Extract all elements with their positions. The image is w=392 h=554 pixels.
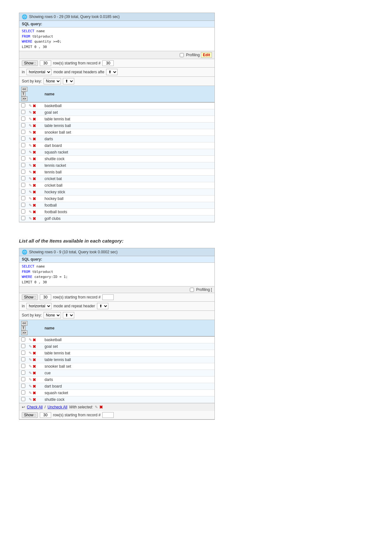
edit-button-1[interactable]: Edit [201,52,212,58]
delete-icon[interactable]: ✖ [33,351,36,356]
delete-icon[interactable]: ✖ [33,190,36,195]
row-checkbox[interactable] [21,337,25,341]
sort-select-1[interactable]: None [44,78,61,84]
row-checkbox[interactable] [21,209,25,214]
in-select-1[interactable]: horizontal vertical [27,69,51,75]
row-checkbox[interactable] [21,196,25,200]
edit-icon[interactable]: ✎ [29,123,32,128]
row-checkbox[interactable] [21,103,25,107]
row-checkbox[interactable] [21,397,25,401]
nav-sort-icon-1[interactable]: T [21,92,26,96]
edit-icon[interactable]: ✎ [29,351,32,355]
delete-icon[interactable]: ✖ [33,364,36,369]
edit-icon[interactable]: ✎ [29,137,32,141]
record-input-1[interactable] [102,60,114,66]
delete-icon[interactable]: ✖ [33,104,36,108]
row-checkbox[interactable] [21,190,25,194]
record-input-2[interactable] [102,294,114,300]
delete-icon[interactable]: ✖ [33,203,36,208]
footer-delete-icon[interactable]: ✖ [99,405,103,410]
row-checkbox[interactable] [21,110,25,114]
delete-icon[interactable]: ✖ [33,338,36,342]
delete-icon[interactable]: ✖ [33,371,36,376]
row-checkbox[interactable] [21,143,25,147]
row-checkbox[interactable] [21,344,25,348]
edit-icon[interactable]: ✎ [29,364,32,369]
edit-icon[interactable]: ✎ [29,117,32,121]
edit-icon[interactable]: ✎ [29,110,32,115]
nav-left-icon-1[interactable]: << [21,87,27,92]
delete-icon[interactable]: ✖ [33,391,36,395]
delete-icon[interactable]: ✖ [33,177,36,181]
delete-icon[interactable]: ✖ [33,130,36,135]
row-checkbox[interactable] [21,150,25,154]
delete-icon[interactable]: ✖ [33,157,36,161]
edit-icon[interactable]: ✎ [29,391,32,395]
in-select-2[interactable]: horizontal vertical [27,303,51,309]
delete-icon[interactable]: ✖ [33,117,36,122]
edit-icon[interactable]: ✎ [29,216,32,221]
footer-pencil-icon[interactable]: ✎ [95,405,98,409]
edit-icon[interactable]: ✎ [29,143,32,148]
bottom-record-input-2[interactable] [102,412,114,418]
sort-dir-select-1[interactable]: ⬆ ⬇ [63,78,74,84]
edit-icon[interactable]: ✎ [29,104,32,108]
edit-icon[interactable]: ✎ [29,150,32,154]
edit-icon[interactable]: ✎ [29,130,32,135]
row-checkbox[interactable] [21,183,25,187]
edit-icon[interactable]: ✎ [29,397,32,402]
delete-icon[interactable]: ✖ [33,123,36,128]
edit-icon[interactable]: ✎ [29,371,32,375]
delete-icon[interactable]: ✖ [33,137,36,142]
bottom-show-button-2[interactable]: Show : [22,412,38,418]
row-checkbox[interactable] [21,364,25,368]
row-checkbox[interactable] [21,176,25,180]
show-button-2[interactable]: Show : [22,294,38,300]
sort-select-2[interactable]: None [44,312,61,318]
row-checkbox[interactable] [21,384,25,388]
edit-icon[interactable]: ✎ [29,163,32,168]
edit-icon[interactable]: ✎ [29,210,32,214]
row-checkbox[interactable] [21,163,25,167]
delete-icon[interactable]: ✖ [33,358,36,362]
row-checkbox[interactable] [21,156,25,160]
edit-icon[interactable]: ✎ [29,338,32,342]
edit-icon[interactable]: ✎ [29,203,32,208]
profiling-checkbox-2[interactable] [190,288,194,292]
uncheck-all-link[interactable]: Uncheck All [47,405,67,409]
bottom-show-input-2[interactable] [40,412,51,418]
row-checkbox[interactable] [21,390,25,394]
mode-select-1[interactable]: ⬆ ⬇ [106,69,118,75]
nav-left-icon-2[interactable]: << [21,321,27,326]
delete-icon[interactable]: ✖ [33,163,36,168]
check-all-link[interactable]: Check All [27,405,43,409]
edit-icon[interactable]: ✎ [29,177,32,181]
row-checkbox[interactable] [21,370,25,375]
delete-icon[interactable]: ✖ [33,377,36,382]
nav-right-icon-2[interactable]: >> [21,330,27,335]
row-checkbox[interactable] [21,130,25,134]
edit-icon[interactable]: ✎ [29,344,32,349]
delete-icon[interactable]: ✖ [33,210,36,214]
nav-right-icon-1[interactable]: >> [21,96,27,101]
edit-icon[interactable]: ✎ [29,377,32,382]
delete-icon[interactable]: ✖ [33,150,36,155]
row-checkbox[interactable] [21,216,25,220]
row-checkbox[interactable] [21,123,25,127]
row-checkbox[interactable] [21,377,25,381]
edit-icon[interactable]: ✎ [29,190,32,194]
row-checkbox[interactable] [21,136,25,141]
delete-icon[interactable]: ✖ [33,110,36,115]
delete-icon[interactable]: ✖ [33,196,36,201]
row-checkbox[interactable] [21,117,25,121]
show-button-1[interactable]: Show : [22,60,38,66]
mode-select-2[interactable]: ⬆ ⬇ [97,303,108,309]
profiling-checkbox-1[interactable] [180,53,184,57]
row-checkbox[interactable] [21,357,25,361]
delete-icon[interactable]: ✖ [33,143,36,148]
delete-icon[interactable]: ✖ [33,344,36,349]
delete-icon[interactable]: ✖ [33,170,36,175]
row-checkbox[interactable] [21,170,25,174]
edit-icon[interactable]: ✎ [29,196,32,201]
edit-icon[interactable]: ✎ [29,358,32,362]
